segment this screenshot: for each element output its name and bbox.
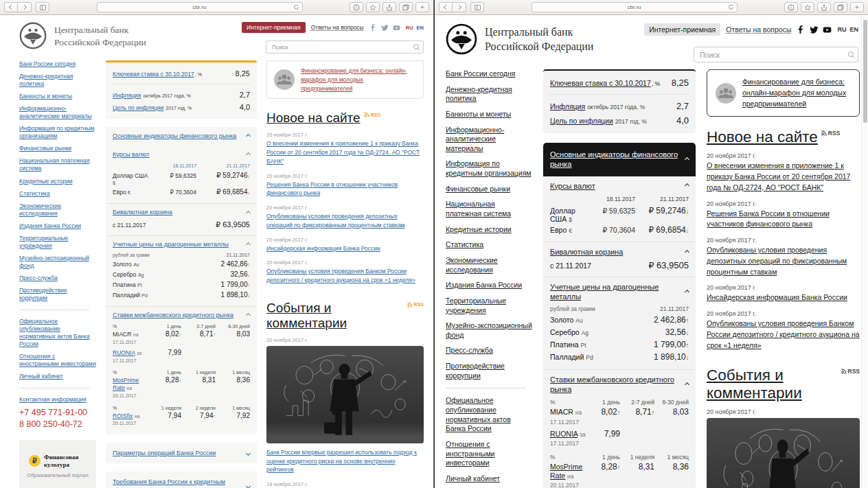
sidebar-item-label[interactable]: Кредитные истории	[19, 178, 72, 185]
sidebar-item[interactable]: Информационно-аналитические материалы	[19, 105, 96, 120]
news-link[interactable]: Инсайдерская информация Банка России	[266, 245, 380, 252]
lang-ru-link[interactable]: RU	[837, 26, 846, 33]
sidebar-item-label[interactable]: Пресс-служба	[446, 346, 493, 354]
sidebar-toggle-button[interactable]	[470, 2, 484, 12]
answers-link[interactable]: Ответы на вопросы	[726, 25, 791, 34]
fincult-logo[interactable]: ₽ Финансовая культура	[29, 454, 87, 468]
twitter-icon[interactable]	[381, 24, 389, 32]
sidebar-item-label[interactable]: Издания Банка России	[446, 281, 522, 289]
sidebar-item-label[interactable]: Территориальные учреждения	[446, 297, 506, 314]
sidebar-item-label[interactable]: Денежно-кредитная политика	[19, 73, 73, 87]
news-link[interactable]: Опубликованы условия проведения Банком Р…	[707, 319, 860, 349]
currency-rates-link[interactable]: Курсы валют	[550, 181, 595, 191]
internet-reception-button[interactable]: Интернет-приемная	[242, 22, 306, 33]
sidebar-item-label[interactable]: Экономические исследования	[19, 202, 61, 217]
currency-rates-link[interactable]: Курсы валют	[113, 151, 150, 159]
bookmark-button[interactable]	[801, 2, 814, 12]
interbank-rates-link[interactable]: Ставки межбанковского кредитного рынка	[113, 312, 233, 320]
share-button[interactable]	[382, 2, 396, 12]
sidebar-item[interactable]: Противодействие коррупции	[446, 362, 532, 380]
sidebar-item[interactable]: Финансовые рынки	[19, 145, 96, 152]
interbank-rates-link[interactable]: Ставки межбанковского кредитного рынка	[550, 375, 681, 395]
scrollbar-thumb[interactable]	[863, 20, 867, 123]
rate-name[interactable]: RUONIA	[550, 430, 578, 438]
sidebar-item-label[interactable]: Банк России сегодня	[19, 60, 76, 67]
sidebar-item[interactable]: Издания Банка России	[19, 222, 96, 230]
reader-button[interactable]: i	[350, 2, 363, 12]
sidebar-item-label[interactable]: Отношения с иностранными инвесторами	[446, 440, 494, 467]
sidebar-item-label[interactable]: Статистика	[446, 240, 483, 248]
sidebar-item-label[interactable]: Официальное опубликование нормативных ак…	[446, 396, 511, 432]
lang-en-link[interactable]: EN	[417, 25, 424, 31]
new-on-site-heading[interactable]: Новое на сайте	[707, 128, 818, 146]
rss-link[interactable]: RSS	[407, 302, 424, 307]
sidebar-item[interactable]: Личный кабинет	[446, 474, 532, 484]
address-bar[interactable]: cbr.ru	[532, 2, 738, 12]
sidebar-item[interactable]: Кредитные истории	[446, 225, 532, 235]
lang-en-link[interactable]: EN	[849, 26, 858, 33]
new-on-site-heading[interactable]: Новое на сайте	[266, 111, 361, 126]
search-icon[interactable]	[848, 51, 854, 57]
sidebar-item-label[interactable]: Отношения с иностранными инвесторами	[19, 353, 96, 367]
forward-button[interactable]	[18, 2, 32, 12]
sidebar-item[interactable]: Экономические исследования	[19, 202, 96, 218]
sidebar-item[interactable]: Банкноты и монеты	[446, 110, 532, 119]
sidebar-item[interactable]: Банкноты и монеты	[19, 93, 96, 100]
sidebar-item[interactable]: Территориальные учреждения	[446, 297, 532, 315]
sidebar-item[interactable]: Территориальные учреждения	[19, 235, 96, 250]
sidebar-item-label[interactable]: Личный кабинет	[19, 373, 63, 380]
sidebar-item-label[interactable]: Музейно-экспозиционный фонд	[446, 321, 532, 339]
chalkboard-businessman-image[interactable]	[266, 346, 424, 443]
sidebar-item[interactable]: Денежно-кредитная политика	[446, 85, 532, 104]
events-heading[interactable]: События и комментарии	[707, 367, 838, 402]
events-heading[interactable]: События и комментарии	[266, 301, 404, 331]
news-link[interactable]: Опубликованы условия проведения депозитн…	[707, 246, 847, 276]
sidebar-item[interactable]: Отношения с иностранными инвесторами	[446, 440, 532, 468]
facebook-icon[interactable]	[797, 25, 806, 34]
sidebar-item[interactable]: Информация по кредитным организациям	[19, 125, 96, 140]
sidebar-item-label[interactable]: Экономические исследования	[446, 256, 498, 274]
sidebar-item[interactable]: Противодействие коррупции	[19, 287, 96, 302]
main-indicators-header[interactable]: Основные индикаторы финансового рынка	[106, 127, 257, 146]
sidebar-toggle-button[interactable]	[36, 2, 49, 12]
search-input[interactable]	[694, 47, 858, 62]
sidebar-item[interactable]: Статистика	[446, 240, 532, 250]
inflation-target-link[interactable]: Цель по инфляции	[113, 104, 163, 111]
inflation-link[interactable]: Инфляция	[550, 102, 585, 111]
address-bar[interactable]: cbr.ru	[97, 2, 303, 12]
twitter-icon[interactable]	[810, 25, 819, 34]
sidebar-item[interactable]: Отношения с иностранными инвесторами	[19, 353, 96, 368]
tabs-button[interactable]	[399, 2, 413, 12]
sidebar-item[interactable]: Банк России сегодня	[19, 60, 96, 68]
sidebar-item[interactable]: Финансовые рынки	[446, 185, 532, 194]
chalkboard-businessman-image[interactable]	[707, 418, 860, 488]
sidebar-item-label[interactable]: Национальная платежная система	[446, 200, 511, 218]
sidebar-item-label[interactable]: Информация по кредитным организациям	[19, 125, 94, 139]
new-tab-button[interactable]: +	[850, 2, 864, 12]
sidebar-item-label[interactable]: Пресс-служба	[19, 275, 58, 281]
key-rate-link[interactable]: Ключевая ставка с 30.10.2017	[113, 71, 194, 78]
sidebar-item-label[interactable]: Банкноты и монеты	[19, 93, 72, 100]
youtube-icon[interactable]	[393, 24, 400, 32]
collapsible-section[interactable]: Требования Банка России к кредитным орга…	[106, 472, 257, 488]
sidebar-item-label[interactable]: Информационно-аналитические материалы	[446, 126, 504, 152]
sidebar-item-label[interactable]: Статистика	[19, 190, 50, 197]
fincult-subtitle[interactable]: Образовательный портал	[27, 472, 88, 478]
rate-name[interactable]: ROISfix	[113, 413, 133, 419]
sidebar-item[interactable]: Информация по кредитным организациям	[446, 159, 532, 178]
sidebar-item[interactable]: Официальное опубликование нормативных ак…	[446, 396, 532, 434]
sidebar-item[interactable]: Информационно-аналитические материалы	[446, 126, 532, 154]
sidebar-item-label[interactable]: Издания Банка России	[19, 222, 81, 229]
sidebar-item[interactable]: Пресс-служба	[19, 275, 96, 282]
news-link[interactable]: Опубликованы условия проведения Банком Р…	[266, 268, 415, 283]
collapsible-section[interactable]: Параметры операций Банка России	[106, 443, 257, 463]
contact-info-link[interactable]: Контактная информация	[19, 396, 87, 403]
sidebar-item-label[interactable]: Денежно-кредитная политика	[446, 85, 512, 103]
rate-name[interactable]: MIACR	[550, 408, 573, 416]
rate-name[interactable]: MosPrime Rate	[550, 463, 582, 480]
scrollbar[interactable]	[861, 16, 867, 488]
back-button[interactable]	[4, 2, 18, 12]
sidebar-item[interactable]: Статистика	[19, 190, 96, 198]
main-indicators-header[interactable]: Основные индикаторы финансового рынка	[543, 143, 696, 176]
sidebar-item[interactable]: Национальная платежная система	[19, 157, 96, 172]
